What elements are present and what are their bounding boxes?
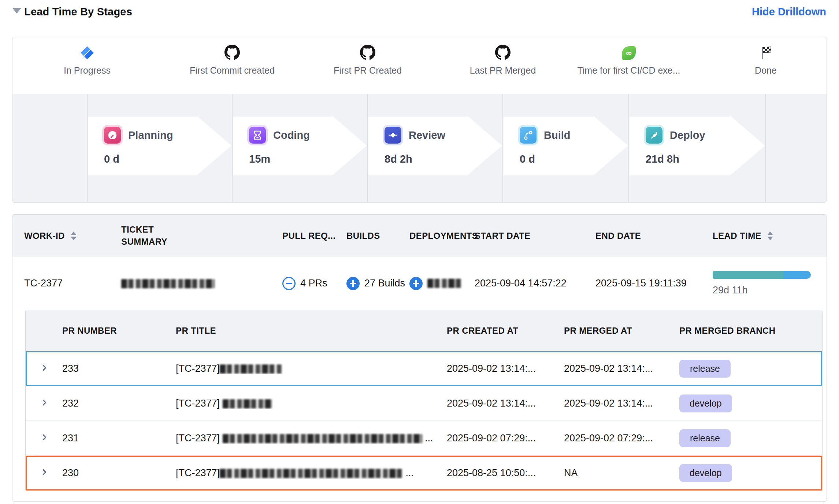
pr-number: 230: [62, 467, 176, 479]
pr-table: PR NUMBER PR TITLE PR CREATED AT PR MERG…: [25, 310, 823, 491]
pr-branch-cell: develop: [679, 464, 808, 482]
start-date-value: 2025-09-04 14:57:22: [475, 278, 595, 289]
pr-row-233[interactable]: 233 [TC-2377] 2025-09-02 13:14:... 2025-…: [26, 351, 822, 386]
pull-requests-cell[interactable]: 4 PRs: [282, 277, 346, 290]
stage-separator: [232, 94, 233, 203]
col-end-date: END DATE: [595, 231, 713, 241]
branch-badge: release: [679, 429, 731, 447]
hide-drilldown-link[interactable]: Hide Drilldown: [752, 6, 826, 18]
page-header: Lead Time By Stages Hide Drilldown: [0, 0, 839, 26]
pr-row-231[interactable]: 231 [TC-2377] ... 2025-09-02 07:29:... 2…: [26, 421, 822, 456]
stage-card-coding: Coding 15m: [233, 116, 367, 175]
pr-branch-cell: release: [679, 429, 808, 447]
milestone-cicd: ∞ Time for first CI/CD exe...: [570, 37, 687, 76]
branch-badge: develop: [679, 394, 732, 412]
stage-separator: [765, 94, 766, 203]
github-icon: [444, 37, 561, 60]
col-pr-merged-branch: PR MERGED BRANCH: [679, 325, 808, 337]
sort-icon[interactable]: [71, 231, 77, 240]
deployments-cell[interactable]: [409, 277, 475, 290]
col-builds: BUILDS: [346, 231, 409, 241]
col-pr-merged-at: PR MERGED AT: [564, 326, 679, 336]
pr-created-at: 2025-09-02 07:29:...: [447, 433, 564, 444]
collapse-triangle-icon[interactable]: [12, 8, 21, 14]
work-item-row[interactable]: TC-2377 4 PRs 27 Builds 2025-09-04 14:57…: [12, 257, 827, 310]
stage-duration: 0 d: [520, 153, 628, 165]
col-pr-number: PR NUMBER: [62, 326, 176, 336]
col-pr-created-at: PR CREATED AT: [447, 326, 564, 336]
work-items-panel: WORK-ID TICKET SUMMARY PULL REQ... BUILD…: [12, 214, 827, 502]
col-deployments: DEPLOYMENTS: [409, 231, 475, 241]
pr-merged-at: NA: [564, 467, 679, 479]
col-lead-time[interactable]: LEAD TIME: [713, 231, 815, 241]
stage-separator: [87, 94, 88, 203]
milestone-done: Done: [707, 37, 824, 76]
col-work-id[interactable]: WORK-ID: [24, 231, 121, 241]
expand-circle-icon[interactable]: [346, 277, 360, 290]
pr-number: 232: [62, 398, 176, 409]
branch-badge: develop: [679, 464, 732, 482]
stage-duration: 0 d: [104, 153, 231, 165]
collapse-circle-icon[interactable]: [282, 277, 296, 290]
cicd-icon: ∞: [570, 37, 687, 60]
stage-separator: [367, 94, 368, 203]
stage-band: Planning 0 d Coding 15m: [12, 94, 827, 203]
stage-card-build: Build 0 d: [504, 116, 628, 175]
pr-branch-cell: develop: [679, 394, 808, 412]
checkered-flag-icon: [707, 37, 824, 60]
branch-badge: release: [679, 360, 731, 378]
stage-duration: 8d 2h: [385, 153, 502, 165]
milestone-first-pr: First PR Created: [309, 37, 426, 76]
pr-created-at: 2025-09-02 13:14:...: [447, 363, 564, 374]
work-id-value: TC-2377: [24, 278, 121, 289]
stage-duration: 21d 8h: [646, 153, 765, 165]
pr-created-at: 2025-09-02 13:14:...: [447, 398, 564, 409]
planning-icon: [104, 127, 121, 144]
github-icon: [174, 37, 291, 60]
pr-row-230[interactable]: 230 [TC-2377] ... 2025-08-25 10:50:... N…: [26, 456, 822, 490]
builds-cell[interactable]: 27 Builds: [346, 277, 409, 290]
pr-row-232[interactable]: 232 [TC-2377] 2025-09-02 13:14:... 2025-…: [26, 386, 822, 421]
milestone-first-commit: First Commit created: [174, 37, 291, 76]
lead-bar-blue-segment: [783, 271, 811, 279]
row-expand-chevron-icon[interactable]: [40, 433, 62, 444]
stage-card-planning: Planning 0 d: [88, 116, 231, 175]
lead-time-cell: 29d 11h: [713, 271, 815, 296]
work-table-header: WORK-ID TICKET SUMMARY PULL REQ... BUILD…: [12, 215, 827, 257]
pr-merged-at: 2025-09-02 07:29:...: [564, 433, 679, 444]
col-ticket-summary: TICKET SUMMARY: [121, 224, 282, 248]
pr-title: [TC-2377] ...: [176, 467, 447, 479]
stage-separator: [628, 94, 629, 203]
pr-merged-at: 2025-09-02 13:14:...: [564, 363, 679, 374]
lead-time-value: 29d 11h: [713, 285, 815, 296]
milestone-in-progress: In Progress: [29, 37, 146, 76]
pr-created-at: 2025-08-25 10:50:...: [447, 467, 564, 479]
expand-circle-icon[interactable]: [409, 277, 423, 290]
review-commit-icon: [385, 127, 401, 144]
row-expand-chevron-icon[interactable]: [40, 363, 62, 374]
lead-time-stages-panel: In Progress First Commit created First P…: [12, 37, 827, 203]
deployments-redacted: [427, 279, 462, 288]
milestone-last-pr-merged: Last PR Merged: [444, 37, 561, 76]
pr-number: 233: [62, 363, 176, 374]
pr-table-header: PR NUMBER PR TITLE PR CREATED AT PR MERG…: [26, 310, 822, 351]
pr-title: [TC-2377] ...: [176, 433, 447, 444]
col-pull-requests: PULL REQ...: [282, 231, 346, 241]
col-pr-title: PR TITLE: [176, 326, 447, 336]
build-branch-icon: [520, 127, 537, 144]
stage-card-review: Review 8d 2h: [368, 116, 502, 175]
pr-title: [TC-2377]: [176, 398, 447, 409]
stage-duration: 15m: [249, 153, 367, 165]
row-expand-chevron-icon[interactable]: [40, 398, 62, 409]
coding-hourglass-icon: [249, 127, 266, 144]
end-date-value: 2025-09-15 19:11:39: [595, 278, 713, 289]
col-start-date: START DATE: [475, 231, 595, 241]
row-expand-chevron-icon[interactable]: [40, 467, 62, 479]
github-icon: [309, 37, 426, 60]
deploy-rocket-icon: [646, 127, 662, 144]
sort-icon[interactable]: [767, 231, 773, 240]
jira-status-icon: [29, 37, 146, 60]
pr-number: 231: [62, 433, 176, 444]
pr-merged-at: 2025-09-02 13:14:...: [564, 398, 679, 409]
pr-branch-cell: release: [679, 360, 808, 378]
